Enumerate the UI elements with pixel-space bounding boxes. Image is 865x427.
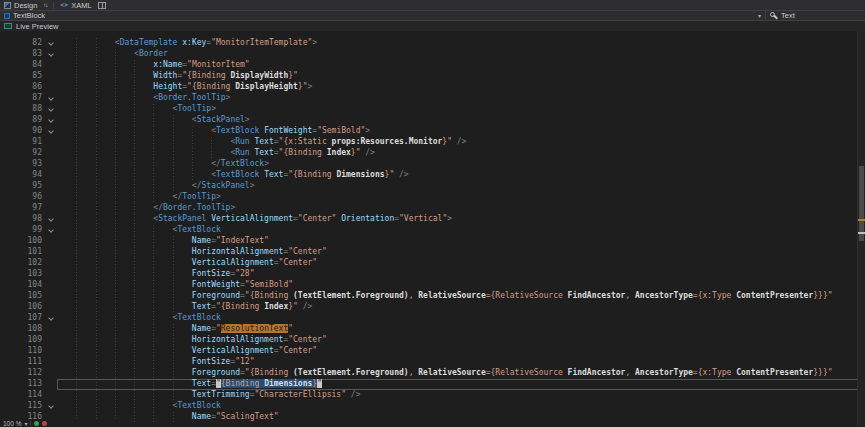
fold-toggle[interactable] [44, 214, 57, 225]
code-line[interactable]: 82 <DataTemplate x:Key="MonitorItemTempl… [0, 38, 865, 49]
property-selector[interactable]: Text [765, 11, 865, 20]
code-text[interactable]: <TextBlock [57, 225, 865, 236]
code-text[interactable]: Name="ScalingText" [57, 412, 865, 423]
code-text[interactable]: TextTrimming="CharacterEllipsis" /> [57, 390, 865, 401]
document-health-icon[interactable] [34, 421, 39, 426]
code-text[interactable]: <Run Text="{Binding Index}" /> [57, 148, 865, 159]
line-number[interactable]: 100 [0, 236, 44, 247]
code-line[interactable]: 111 FontSize="12" [0, 357, 865, 368]
code-line[interactable]: 112 Foreground="{Binding (TextElement.Fo… [0, 368, 865, 379]
line-number[interactable]: 89 [0, 115, 44, 126]
code-line[interactable]: 89 <StackPanel> [0, 115, 865, 126]
code-line[interactable]: 106 Text="{Binding Index}" /> [0, 302, 865, 313]
code-text[interactable]: <Border [57, 49, 865, 60]
code-line[interactable]: 95 </StackPanel> [0, 181, 865, 192]
line-number[interactable]: 115 [0, 401, 44, 412]
line-number[interactable]: 92 [0, 148, 44, 159]
code-line[interactable]: 97 </Border.ToolTip> [0, 203, 865, 214]
line-number[interactable]: 106 [0, 302, 44, 313]
zoom-level[interactable]: 100 % [3, 420, 21, 427]
fold-toggle[interactable] [44, 115, 57, 126]
code-line[interactable]: 87 <Border.ToolTip> [0, 93, 865, 104]
line-number[interactable]: 114 [0, 390, 44, 401]
line-number[interactable]: 82 [0, 38, 44, 49]
code-line[interactable]: 105 Foreground="{Binding (TextElement.Fo… [0, 291, 865, 302]
element-selector[interactable]: TextBlock ▾ [0, 11, 765, 20]
tab-design[interactable]: Design [4, 1, 37, 10]
vertical-scrollbar[interactable] [857, 31, 865, 427]
line-number[interactable]: 104 [0, 280, 44, 291]
line-number[interactable]: 107 [0, 313, 44, 324]
line-number[interactable]: 94 [0, 170, 44, 181]
code-line[interactable]: 92 <Run Text="{Binding Index}" /> [0, 148, 865, 159]
code-line[interactable]: 102 VerticalAlignment="Center" [0, 258, 865, 269]
code-line[interactable]: 116 Name="ScalingText" [0, 412, 865, 423]
line-number[interactable]: 93 [0, 159, 44, 170]
code-line[interactable]: 98 <StackPanel VerticalAlignment="Center… [0, 214, 865, 225]
code-text[interactable]: VerticalAlignment="Center" [57, 346, 865, 357]
line-number[interactable]: 88 [0, 104, 44, 115]
line-number[interactable]: 96 [0, 192, 44, 203]
line-number[interactable]: 113 [0, 379, 44, 390]
code-line[interactable]: 103 FontSize="28" [0, 269, 865, 280]
line-number[interactable]: 102 [0, 258, 44, 269]
code-text[interactable]: <DataTemplate x:Key="MonitorItemTemplate… [57, 38, 865, 49]
code-line[interactable]: 85 Width="{Binding DisplayWidth}" [0, 71, 865, 82]
code-text[interactable]: </Border.ToolTip> [57, 203, 865, 214]
fold-toggle[interactable] [44, 38, 57, 49]
fold-toggle[interactable] [44, 93, 57, 104]
split-view-button[interactable] [98, 2, 106, 9]
code-line[interactable]: 96 </ToolTip> [0, 192, 865, 203]
line-number[interactable]: 111 [0, 357, 44, 368]
code-text[interactable]: <TextBlock Text="{Binding Dimensions}" /… [57, 170, 865, 181]
code-line[interactable]: 114 TextTrimming="CharacterEllipsis" /> [0, 390, 865, 401]
line-number[interactable]: 108 [0, 324, 44, 335]
code-text[interactable]: <StackPanel VerticalAlignment="Center" O… [57, 214, 865, 225]
fold-toggle[interactable] [44, 126, 57, 137]
line-number[interactable]: 87 [0, 93, 44, 104]
code-text[interactable]: Width="{Binding DisplayWidth}" [57, 71, 865, 82]
code-line[interactable]: 115 <TextBlock [0, 401, 865, 412]
line-number[interactable]: 109 [0, 335, 44, 346]
fold-toggle[interactable] [44, 313, 57, 324]
code-line[interactable]: 94 <TextBlock Text="{Binding Dimensions}… [0, 170, 865, 181]
line-number[interactable]: 97 [0, 203, 44, 214]
code-text[interactable]: HorizontalAlignment="Center" [57, 335, 865, 346]
code-editor[interactable]: 82 <DataTemplate x:Key="MonitorItemTempl… [0, 31, 865, 427]
code-line[interactable]: 84 x:Name="MonitorItem" [0, 60, 865, 71]
code-line[interactable]: 83 <Border [0, 49, 865, 60]
line-number[interactable]: 91 [0, 137, 44, 148]
line-number[interactable]: 83 [0, 49, 44, 60]
line-number[interactable]: 110 [0, 346, 44, 357]
code-text[interactable]: VerticalAlignment="Center" [57, 258, 865, 269]
code-text[interactable]: <ToolTip> [57, 104, 865, 115]
scrollbar-thumb[interactable] [859, 166, 864, 241]
code-text[interactable]: <StackPanel> [57, 115, 865, 126]
code-text[interactable]: Name="IndexText" [57, 236, 865, 247]
line-number[interactable]: 95 [0, 181, 44, 192]
code-line[interactable]: 99 <TextBlock [0, 225, 865, 236]
code-line[interactable]: 107 <TextBlock [0, 313, 865, 324]
line-number[interactable]: 112 [0, 368, 44, 379]
code-line[interactable]: 113 Text="{Binding Dimensions}" [0, 379, 865, 390]
code-line[interactable]: 86 Height="{Binding DisplayHeight}"> [0, 82, 865, 93]
tab-xaml[interactable]: <> XAML [60, 1, 91, 10]
fold-toggle[interactable] [44, 401, 57, 412]
code-text[interactable]: <TextBlock [57, 313, 865, 324]
line-number[interactable]: 86 [0, 82, 44, 93]
fold-toggle[interactable] [44, 225, 57, 236]
code-text[interactable]: Foreground="{Binding (TextElement.Foregr… [57, 368, 865, 379]
code-text[interactable]: <Run Text="{x:Static props:Resources.Mon… [57, 137, 865, 148]
line-number[interactable]: 84 [0, 60, 44, 71]
code-line[interactable]: 101 HorizontalAlignment="Center" [0, 247, 865, 258]
code-text[interactable]: FontSize="28" [57, 269, 865, 280]
code-line[interactable]: 104 FontWeight="SemiBold" [0, 280, 865, 291]
fold-toggle[interactable] [44, 104, 57, 115]
code-text[interactable]: x:Name="MonitorItem" [57, 60, 865, 71]
code-text[interactable]: Foreground="{Binding (TextElement.Foregr… [57, 291, 865, 302]
code-line[interactable]: 91 <Run Text="{x:Static props:Resources.… [0, 137, 865, 148]
code-line[interactable]: 93 </TextBlock> [0, 159, 865, 170]
code-text[interactable]: <TextBlock [57, 401, 865, 412]
code-line[interactable]: 110 VerticalAlignment="Center" [0, 346, 865, 357]
code-line[interactable]: 108 Name="ResolutionText" [0, 324, 865, 335]
